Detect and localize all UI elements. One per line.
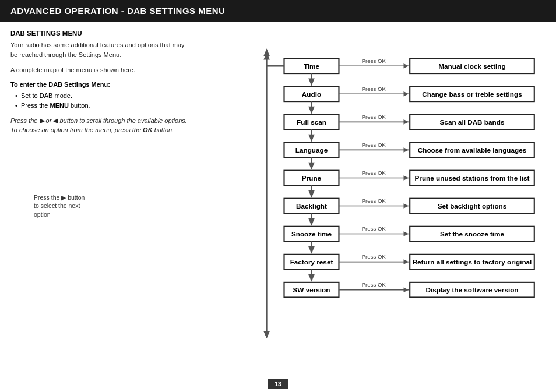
svg-marker-30 (308, 135, 315, 142)
bullet-list: Set to DAB mode. Press the MENU button. (15, 91, 191, 111)
svg-text:Prune unused stations from the: Prune unused stations from the list (415, 174, 530, 182)
page-header: ADVANCED OPERATION - DAB SETTINGS MENU (0, 0, 556, 22)
svg-text:Press OK: Press OK (362, 281, 386, 288)
page-number: 13 (268, 379, 288, 389)
svg-text:Press OK: Press OK (362, 86, 386, 92)
svg-marker-21 (308, 107, 315, 114)
svg-marker-61 (404, 231, 409, 236)
svg-marker-66 (308, 246, 315, 254)
svg-marker-25 (404, 119, 409, 125)
svg-marker-7 (404, 63, 409, 69)
svg-text:Factory reset: Factory reset (290, 258, 333, 266)
left-panel: DAB SETTINGS MENU Your radio has some ad… (10, 30, 197, 363)
bullet-item-1: Set to DAB mode. (15, 91, 191, 101)
body-text-2: A complete map of the menu is shown here… (10, 65, 191, 75)
svg-marker-16 (404, 91, 409, 97)
svg-marker-12 (308, 79, 315, 86)
svg-marker-52 (404, 203, 409, 209)
svg-text:Press OK: Press OK (362, 142, 386, 148)
svg-marker-79 (404, 287, 409, 292)
svg-marker-70 (404, 259, 409, 264)
header-title: ADVANCED OPERATION - DAB SETTINGS MENU (10, 6, 225, 16)
svg-marker-48 (308, 190, 315, 198)
press-button-note: Press the ▶ button to select the next op… (34, 193, 191, 219)
section-title: DAB SETTINGS MENU (10, 30, 191, 37)
diagram-svg: Time Press OK Manual clock setting Audio… (197, 30, 546, 363)
svg-marker-43 (404, 175, 409, 181)
svg-text:Set backlight options: Set backlight options (438, 202, 507, 210)
svg-marker-57 (308, 218, 315, 226)
svg-marker-39 (308, 163, 315, 170)
svg-text:Press OK: Press OK (362, 197, 386, 204)
svg-text:Return all settings to factory: Return all settings to factory original (413, 258, 532, 266)
svg-marker-75 (308, 274, 315, 282)
svg-text:Change bass or treble settings: Change bass or treble settings (422, 90, 522, 98)
main-content: DAB SETTINGS MENU Your radio has some ad… (0, 22, 556, 369)
svg-text:Choose from available language: Choose from available languages (418, 146, 527, 154)
svg-text:SW version: SW version (293, 286, 330, 294)
svg-text:Snooze time: Snooze time (291, 230, 332, 238)
svg-text:Audio: Audio (302, 90, 321, 98)
svg-text:Press OK: Press OK (362, 225, 386, 232)
svg-text:Time: Time (304, 62, 320, 70)
svg-text:Press OK: Press OK (362, 169, 386, 176)
svg-text:Press OK: Press OK (362, 253, 386, 260)
svg-text:Prune: Prune (302, 174, 322, 182)
bullet-item-2: Press the MENU button. (15, 101, 191, 111)
svg-text:Display the software version: Display the software version (425, 286, 518, 294)
svg-text:Manual clock setting: Manual clock setting (438, 62, 505, 70)
svg-text:Full scan: Full scan (297, 118, 326, 126)
svg-text:Set the snooze time: Set the snooze time (440, 230, 505, 238)
svg-marker-85 (263, 331, 270, 338)
italic-instruction: Press the ▶ or ◀ button to scroll throug… (10, 116, 191, 135)
svg-text:Press OK: Press OK (362, 114, 386, 120)
page: ADVANCED OPERATION - DAB SETTINGS MENU D… (0, 0, 556, 392)
svg-text:Language: Language (295, 146, 328, 154)
svg-text:Backlight: Backlight (296, 202, 327, 210)
svg-text:Press OK: Press OK (362, 58, 386, 64)
svg-text:Scan all DAB bands: Scan all DAB bands (440, 118, 505, 126)
svg-marker-34 (404, 147, 409, 153)
footer: 13 (0, 376, 556, 392)
body-text-1: Your radio has some additional features … (10, 40, 191, 59)
right-panel: Time Press OK Manual clock setting Audio… (197, 30, 546, 363)
instructions-title: To enter the DAB Settings Menu: (10, 81, 191, 88)
